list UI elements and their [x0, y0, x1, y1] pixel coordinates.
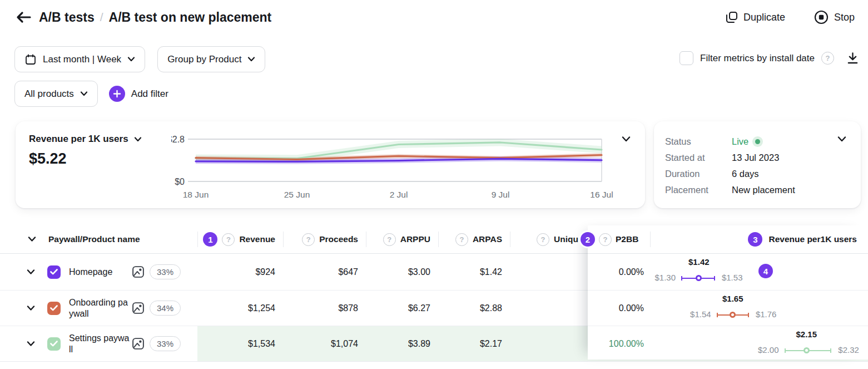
range-tick	[714, 276, 715, 281]
tour-step-badge-3[interactable]: 3	[748, 232, 762, 247]
duplicate-button[interactable]: Duplicate	[722, 11, 788, 24]
expand-row-button[interactable]	[27, 269, 35, 275]
topbar: A/B tests / A/B test on new placement Du…	[13, 4, 858, 30]
top-actions: Duplicate Stop	[722, 9, 858, 25]
pinned-row: 0.00% $1.30$1.42$1.534	[588, 254, 868, 291]
help-icon[interactable]: ?	[455, 233, 468, 246]
products-select[interactable]: All products	[14, 81, 98, 107]
products-value: All products	[24, 88, 74, 100]
chevron-down-icon	[27, 341, 35, 347]
stop-icon	[814, 10, 829, 24]
started-at-value: 13 Jul 2023	[732, 152, 779, 163]
range-low-label: $2.00	[758, 345, 779, 355]
back-arrow-icon	[15, 11, 32, 24]
column-header-proceeds: ? Proceeds	[283, 225, 366, 253]
tour-step-badge-2[interactable]: 2	[581, 232, 595, 247]
range-marker	[803, 347, 810, 353]
help-icon[interactable]: ?	[599, 233, 612, 246]
live-dot-icon	[752, 136, 763, 147]
chevron-down-icon	[134, 137, 142, 142]
revenue-cell: $924	[197, 254, 283, 290]
arpas-cell: $2.88	[438, 291, 510, 326]
pinned-columns-panel: 2 ? P2BB 3 Revenue per1K users 0.00% $1.…	[588, 225, 868, 360]
pinned-row: 0.00% $1.54$1.65$1.76	[588, 291, 868, 326]
variant-checkbox[interactable]	[47, 302, 61, 315]
range-mid-label: $1.42	[688, 257, 710, 267]
placement-label: Placement	[665, 185, 732, 195]
breadcrumb-separator: /	[100, 11, 103, 24]
download-icon	[846, 52, 859, 65]
download-button[interactable]	[846, 52, 859, 65]
paywall-preview-icon[interactable]	[131, 337, 145, 351]
range-low-label: $1.54	[690, 309, 711, 319]
paywall-name: Onboarding paywall	[69, 297, 131, 319]
range-tick	[717, 313, 718, 317]
add-filter-label: Add filter	[131, 88, 168, 100]
add-filter-button[interactable]: Add filter	[106, 85, 172, 102]
variant-checkbox[interactable]	[47, 265, 61, 279]
paywall-preview-icon[interactable]	[131, 301, 145, 315]
paywall-name-cell: Homepage 33%	[0, 254, 197, 290]
arpas-cell: $1.42	[438, 254, 510, 290]
metric-current-value: $5.22	[29, 150, 67, 168]
traffic-split-badge: 33%	[150, 336, 181, 351]
stop-label: Stop	[834, 12, 855, 23]
range-high-label: $2.32	[838, 345, 859, 355]
column-header-arpas: ? ARPAS	[438, 225, 510, 253]
column-header-revenue: 1 ? Revenue	[197, 225, 283, 253]
tour-step-badge-1[interactable]: 1	[203, 232, 217, 247]
expand-row-button[interactable]	[27, 306, 35, 311]
range-high-label: $1.76	[756, 309, 777, 319]
install-date-checkbox[interactable]	[679, 51, 693, 65]
metric-chart-svg: $2.8$018 Jun25 Jun2 Jul9 Jul16 Jul	[171, 128, 616, 206]
help-icon[interactable]: ?	[302, 233, 315, 246]
variant-checkbox[interactable]	[47, 337, 61, 351]
back-button[interactable]	[13, 7, 33, 27]
svg-text:9 Jul: 9 Jul	[492, 190, 510, 199]
revenue-cell: $1,254	[197, 291, 283, 326]
p2bb-cell: 0.00%	[588, 254, 651, 290]
paywall-name: Settings paywall	[69, 333, 131, 355]
install-date-filter: Filter metrics by install date ?	[679, 51, 859, 65]
column-label: P2BB	[616, 234, 638, 244]
page-title: A/B test on new placement	[109, 10, 272, 25]
arppu-cell: $3.00	[366, 254, 438, 290]
range-tick	[681, 276, 682, 281]
help-icon[interactable]: ?	[537, 233, 549, 246]
chevron-down-icon	[622, 136, 631, 142]
pinned-row: 100.00% $2.00$2.15$2.32	[588, 326, 868, 362]
column-header-arppu: ? ARPPU	[366, 225, 438, 253]
svg-text:$2.8: $2.8	[171, 135, 185, 144]
range-mid-label: $2.15	[796, 329, 817, 339]
metric-chart-card: Revenue per 1K users $5.22 $2.8$018 Jun2…	[16, 121, 645, 208]
collapse-all-button[interactable]	[28, 237, 36, 242]
duration-row: Duration 6 days	[665, 166, 834, 182]
collapse-chart-button[interactable]	[618, 136, 634, 142]
column-header-name: Paywall/Product name	[0, 225, 197, 253]
paywall-preview-icon[interactable]	[131, 265, 145, 279]
column-label: Uniqu	[554, 234, 578, 244]
status-label: Status	[665, 136, 732, 147]
chevron-down-icon	[247, 57, 255, 62]
filter-row-secondary: All products Add filter	[14, 81, 172, 107]
paywall-name-cell: Settings paywall 33%	[0, 326, 197, 361]
chevron-down-icon	[127, 57, 135, 62]
started-at-row: Started at 13 Jul 2023	[665, 150, 834, 166]
breadcrumb-root[interactable]: A/B tests	[39, 10, 95, 25]
paywall-name-cell: Onboarding paywall 34%	[0, 291, 197, 326]
duplicate-label: Duplicate	[743, 12, 785, 23]
help-icon[interactable]: ?	[383, 233, 396, 246]
tour-step-badge-4[interactable]: 4	[758, 264, 773, 278]
column-label: Revenue per1K users	[768, 234, 857, 244]
metric-title: Revenue per 1K users	[29, 134, 128, 145]
arppu-cell: $3.89	[366, 326, 438, 361]
collapse-status-button[interactable]	[834, 136, 850, 142]
date-range-select[interactable]: Last month | Week	[14, 46, 145, 72]
expand-row-button[interactable]	[27, 341, 35, 347]
stop-button[interactable]: Stop	[811, 9, 858, 25]
help-icon[interactable]: ?	[821, 52, 834, 65]
group-by-select[interactable]: Group by Product	[157, 46, 265, 72]
paywall-name: Homepage	[69, 267, 131, 278]
metric-selector[interactable]: Revenue per 1K users	[29, 134, 142, 145]
help-icon[interactable]: ?	[222, 233, 235, 246]
